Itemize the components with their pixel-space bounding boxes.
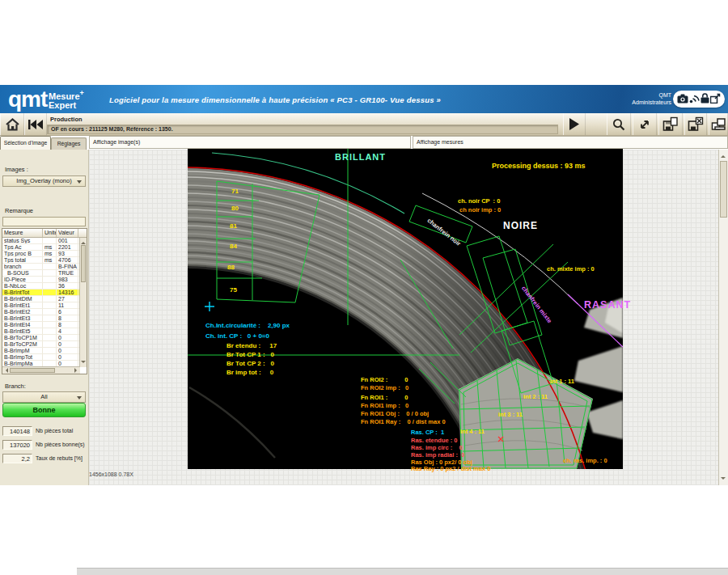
window-title: Logiciel pour la mesure dimensionnelle à…: [109, 95, 441, 104]
table-cell: TRUE: [57, 270, 78, 276]
label-ras-imp-circ: Ras. imp circ : 0: [411, 444, 463, 451]
table-row[interactable]: B-BrToCP1M0: [2, 335, 87, 341]
table-cell: B-BrImpMa: [2, 361, 43, 366]
camera-icon[interactable]: [677, 92, 688, 107]
workspace-scrollbar[interactable]: [718, 150, 728, 485]
table-cell: B-BrIntEt4: [2, 322, 43, 328]
label-ch-noir-imp: ch noir imp : 0: [459, 206, 501, 214]
table-cell: 0: [57, 354, 78, 360]
table-cell: ms: [43, 244, 57, 250]
stat-scrap-label: Taux de rebuts [%]: [36, 455, 83, 461]
table-cell: B-BrIntEt5: [2, 328, 43, 334]
table-row[interactable]: branchB-FINA: [2, 264, 87, 270]
tab-reglages[interactable]: Réglages: [51, 137, 87, 150]
stat-good-label: Nb pièces bonne(s): [36, 442, 85, 447]
table-row[interactable]: B-BrIntTot14316: [2, 290, 87, 296]
table-row[interactable]: status Sys001: [2, 238, 87, 244]
save-image-button[interactable]: [658, 113, 683, 135]
table-row[interactable]: B-BrIntEt38: [2, 315, 87, 322]
stat-good-value: 137020: [2, 440, 32, 450]
label-processing: Processing dessus : 93 ms: [492, 162, 586, 170]
label-ch-int-cp: Ch. int. CP : 0 + 0=0: [205, 332, 269, 340]
tab-selection-image[interactable]: Sélection d'image: [0, 136, 51, 150]
label-int4: int 4 : 11: [460, 428, 485, 435]
status-bonne-button[interactable]: Bonne: [2, 403, 86, 417]
table-cell: 2201: [57, 244, 78, 250]
stat-scrap-value: 2,2: [2, 454, 32, 463]
table-row[interactable]: B-BrIntEt111: [2, 302, 87, 309]
label-ch-noir-cp: ch. noir CP : 0: [458, 197, 500, 205]
table-cell: B-BrIntEt3: [2, 315, 43, 321]
table-cell: B-BrToCP2M: [2, 341, 43, 347]
table-row[interactable]: B-NbLoc36: [2, 283, 87, 290]
table-cell: [43, 277, 57, 282]
tile-windows-button[interactable]: [709, 113, 728, 135]
fullscreen-button[interactable]: [633, 113, 657, 135]
image-select-dropdown[interactable]: Img_Overlay (mono): [2, 175, 86, 187]
table-cell: [43, 348, 57, 353]
user-info: QMT Administrateurs: [632, 91, 671, 106]
label-fn-roi1-obj: Fn ROI1 Obj : 0 / 0 obj: [361, 410, 429, 417]
table-cell: [43, 354, 57, 360]
label-fn-roi1: Fn ROI1 : 0: [361, 394, 408, 401]
table-cell: [43, 335, 57, 340]
table-row[interactable]: B-BrIntEt26: [2, 309, 87, 315]
table-body: status Sys001Tps Acms2201Tps proc Bms93T…: [2, 238, 87, 367]
table-cell: 36: [57, 283, 78, 289]
branch-dropdown[interactable]: All: [2, 391, 86, 403]
label-fn-roi1-ray: Fn ROI1 Ray : 0 / dist max 0: [361, 418, 446, 425]
label-ras-ray: Ras Ray : 0 px2 / dist max 0: [411, 465, 490, 472]
image-zoom-status: 1456x1088 0.78X: [89, 471, 133, 477]
table-row[interactable]: B-BrImpM0: [2, 348, 87, 354]
table-cell: B-BrIntEt1: [2, 302, 43, 308]
table-row[interactable]: B-BrImpTot0: [2, 354, 87, 361]
qmt-logo: qmt: [8, 87, 47, 112]
table-cell: [43, 302, 57, 308]
save-report-button[interactable]: [684, 113, 707, 135]
chevron-down-icon: [77, 396, 82, 402]
count-5: 88: [227, 264, 235, 271]
export-window-icon[interactable]: [710, 92, 721, 107]
table-row[interactable]: Tps totalms4706: [2, 257, 87, 264]
search-zoom-button[interactable]: [607, 113, 631, 135]
label-ras-etendue: Ras. etendue : 0: [411, 437, 458, 444]
table-cell: 0: [57, 361, 78, 366]
lock-icon[interactable]: [700, 92, 709, 107]
stat-total-label: Nb pièces total: [36, 428, 73, 433]
table-cell: B-BrIntDtM: [2, 296, 43, 302]
table-cell: ms: [43, 257, 57, 263]
table-cell: B-FINA: [57, 264, 78, 269]
table-cell: ms: [43, 251, 57, 256]
mode-label: Production: [50, 116, 83, 123]
table-row[interactable]: Tps proc Bms93: [2, 251, 87, 257]
home-button[interactable]: [0, 113, 24, 135]
main-toolbar: Production OF en cours : 211125 M280, Ré…: [0, 113, 728, 136]
table-row[interactable]: ID-Piece983: [2, 277, 87, 283]
table-cell: Tps Ac: [2, 244, 43, 250]
table-row[interactable]: B-BrIntEt54: [2, 328, 87, 335]
sidebar: Images : Img_Overlay (mono) Remarque Mes…: [0, 150, 89, 485]
current-of-strip: OF en cours : 211125 M280, Référence : 1…: [47, 125, 558, 134]
table-row[interactable]: B-BrToCP2M0: [2, 341, 87, 348]
table-horizontal-scrollbar[interactable]: [2, 366, 80, 374]
remarque-input[interactable]: [2, 217, 86, 226]
table-cell: Tps total: [2, 257, 43, 263]
table-cell: [43, 328, 57, 334]
label-chanfrein-noir: chanfrein noir: [425, 217, 462, 247]
signal-icon[interactable]: [689, 92, 700, 107]
table-header: Mesure Unité Valeur: [2, 229, 87, 238]
table-row[interactable]: Tps Acms2201: [2, 244, 87, 251]
camera-image-view[interactable]: BRILLANTProcessing dessus : 93 msch. noi…: [188, 149, 623, 469]
table-row[interactable]: B-SOUSTRUE: [2, 270, 87, 277]
rewind-button[interactable]: [24, 113, 47, 135]
table-row[interactable]: B-BrIntEt48: [2, 322, 87, 328]
chevron-down-icon: [77, 180, 82, 186]
table-cell: 8: [57, 322, 78, 328]
table-row[interactable]: B-BrIntDtM27: [2, 296, 87, 302]
table-vertical-scrollbar[interactable]: [79, 238, 87, 367]
table-cell: B-NbLoc: [2, 283, 43, 289]
table-cell: [43, 270, 57, 276]
table-cell: [43, 309, 57, 315]
play-button[interactable]: [563, 113, 586, 135]
table-cell: [43, 361, 57, 366]
